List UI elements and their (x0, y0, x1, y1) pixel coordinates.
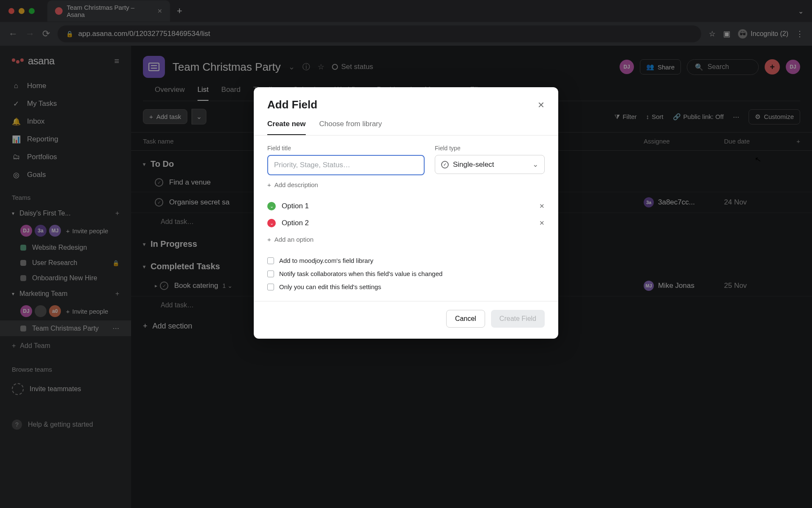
checkbox-label: Only you can edit this field's settings (279, 283, 381, 290)
plus-icon: + (267, 181, 271, 188)
checkbox-icon[interactable] (267, 284, 274, 290)
field-title-input[interactable] (267, 155, 425, 175)
cancel-button[interactable]: Cancel (446, 310, 485, 328)
add-description-button[interactable]: +Add description (267, 181, 545, 188)
tab-choose-library[interactable]: Choose from library (319, 120, 382, 135)
checkbox-label: Add to moodjoy.com's field library (279, 257, 373, 264)
option-label[interactable]: Option 1 (282, 202, 533, 210)
checkbox-label: Notify task collaborators when this fiel… (279, 270, 442, 277)
tab-create-new[interactable]: Create new (267, 120, 306, 135)
add-field-modal: Add Field ✕ Create new Choose from libra… (254, 87, 558, 339)
field-type-label: Field type (435, 145, 545, 152)
modal-title: Add Field (267, 98, 317, 111)
option-color-icon[interactable]: ⌄ (267, 219, 276, 227)
add-option-label: Add an option (274, 236, 314, 243)
close-modal-button[interactable]: ✕ (538, 100, 545, 110)
add-option-button[interactable]: +Add an option (267, 232, 545, 245)
chevron-down-icon: ⌄ (532, 160, 538, 169)
field-type-value: Single-select (453, 160, 494, 169)
create-field-button: Create Field (491, 310, 545, 328)
field-type-select[interactable]: ✓ Single-select ⌄ (435, 155, 545, 174)
checkbox-add-to-library[interactable]: Add to moodjoy.com's field library (267, 254, 545, 267)
checkbox-icon[interactable] (267, 257, 274, 264)
add-description-label: Add description (274, 181, 318, 188)
modal-footer: Cancel Create Field (254, 301, 558, 339)
option-row-2[interactable]: ⌄ Option 2 ✕ (267, 215, 545, 232)
plus-icon: + (267, 236, 271, 243)
option-row-1[interactable]: ⌄ Option 1 ✕ (267, 198, 545, 215)
remove-option-icon[interactable]: ✕ (539, 219, 545, 227)
field-title-label: Field title (267, 145, 425, 152)
checkbox-only-you-edit[interactable]: Only you can edit this field's settings (267, 280, 545, 293)
modal-overlay[interactable]: Add Field ✕ Create new Choose from libra… (0, 0, 812, 508)
remove-option-icon[interactable]: ✕ (539, 202, 545, 210)
option-color-icon[interactable]: ⌄ (267, 202, 276, 210)
option-label[interactable]: Option 2 (282, 219, 533, 227)
modal-tabs: Create new Choose from library (254, 116, 558, 135)
checkbox-notify-collaborators[interactable]: Notify task collaborators when this fiel… (267, 267, 545, 280)
single-select-icon: ✓ (441, 161, 449, 168)
checkbox-icon[interactable] (267, 271, 274, 277)
